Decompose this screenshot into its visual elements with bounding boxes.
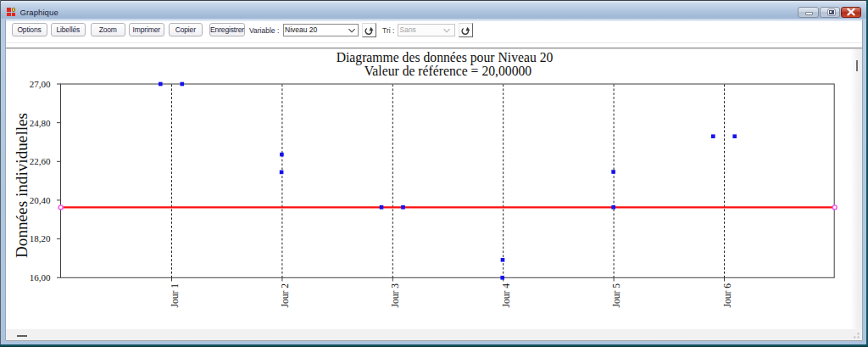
svg-text:Jour 5: Jour 5 (611, 283, 621, 308)
svg-text:Jour 2: Jour 2 (280, 283, 290, 308)
svg-text:16,00: 16,00 (30, 272, 51, 283)
svg-text:Jour 1: Jour 1 (170, 283, 180, 308)
svg-text:20,40: 20,40 (30, 195, 51, 205)
svg-text:27,00: 27,00 (30, 79, 51, 89)
svg-text:22,60: 22,60 (30, 156, 51, 166)
svg-text:Jour 6: Jour 6 (722, 283, 732, 308)
svg-text:Jour 3: Jour 3 (390, 283, 400, 308)
svg-text:Valeur de référence = 20,00000: Valeur de référence = 20,00000 (364, 64, 532, 78)
svg-text:18,20: 18,20 (30, 233, 51, 243)
svg-text:Jour 4: Jour 4 (501, 283, 511, 308)
svg-text:24,80: 24,80 (30, 118, 51, 128)
svg-text:Données individuelles: Données individuelles (13, 113, 31, 258)
